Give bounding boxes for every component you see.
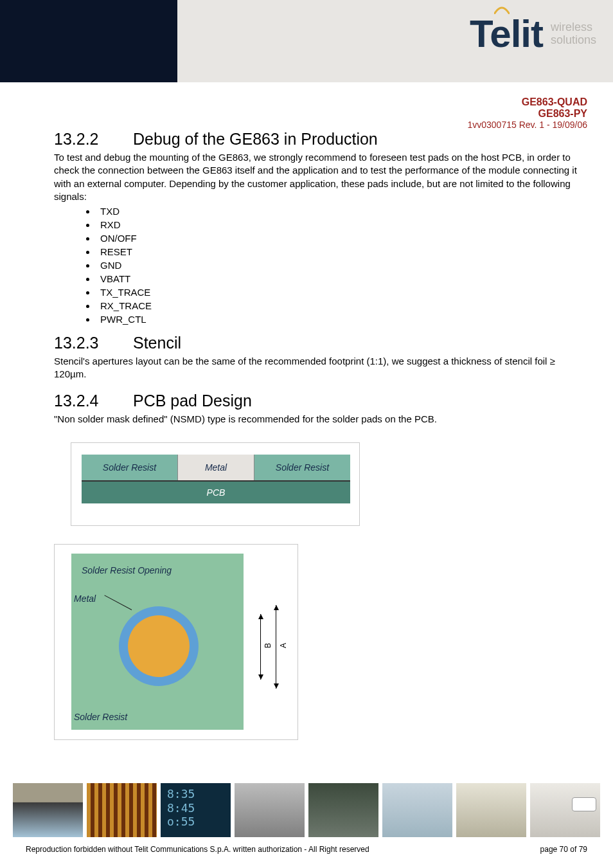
list-item: RXD — [96, 218, 586, 231]
footer-page: page 70 of 79 — [540, 845, 587, 854]
logo-telit-box: Telit — [470, 12, 543, 56]
fig2-metal-circle — [128, 615, 190, 677]
page-content: 13.2.2 Debug of the GE863 in Production … — [0, 130, 613, 740]
figure-crosssection: Solder Resist Metal Solder Resist PCB — [71, 442, 360, 526]
footer-thumb — [235, 783, 305, 837]
fig2-label-sr: Solder Resist — [74, 712, 127, 722]
section-heading-stencil: 13.2.3 Stencil — [54, 334, 586, 352]
figures: Solder Resist Metal Solder Resist PCB So… — [54, 442, 586, 740]
page-header: Telit wireless solutions — [0, 0, 613, 82]
list-item: RESET — [96, 245, 586, 258]
doc-meta: GE863-QUAD GE863-PY 1vv0300715 Rev. 1 - … — [0, 82, 613, 130]
list-item: GND — [96, 258, 586, 272]
list-item: VBATT — [96, 272, 586, 285]
debug-paragraph: To test and debug the mounting of the GE… — [54, 151, 586, 203]
list-item: ON/OFF — [96, 231, 586, 245]
signal-list: TXD RXD ON/OFF RESET GND VBATT TX_TRACE … — [96, 204, 586, 326]
fig2-dim-b-line — [260, 614, 261, 680]
fig1-metal: Metal — [177, 455, 254, 480]
list-item: RX_TRACE — [96, 299, 586, 312]
brand-logo: Telit wireless solutions — [470, 12, 596, 56]
fig2-label-metal: Metal — [74, 593, 96, 604]
fig2-dim-a-line — [276, 605, 276, 689]
footer-thumb — [161, 783, 231, 837]
doc-rev: 1vv0300715 Rev. 1 - 19/09/06 — [0, 120, 587, 130]
footer-copyright: Reproduction forbidden without Telit Com… — [26, 845, 369, 854]
pcb-paragraph: "Non solder mask defined" (NSMD) type is… — [54, 413, 586, 426]
footer-thumb — [530, 783, 600, 837]
footer-thumb — [87, 783, 157, 837]
fig2-dim-b-label: B — [263, 643, 272, 648]
footer-line: Reproduction forbidden without Telit Com… — [0, 845, 613, 854]
section-title: Stencil — [133, 334, 181, 352]
fig1-top-bar: Solder Resist Metal Solder Resist — [82, 455, 350, 480]
section-title: PCB pad Design — [133, 392, 252, 410]
section-number: 13.2.2 — [54, 130, 129, 149]
footer-thumb — [13, 783, 83, 837]
footer-thumb — [456, 783, 526, 837]
fig2-label-sro: Solder Resist Opening — [82, 565, 172, 575]
logo-text: Telit — [470, 12, 543, 55]
fig2-dim-a-label: A — [279, 643, 288, 648]
header-black-block — [0, 0, 177, 82]
section-heading-debug: 13.2.2 Debug of the GE863 in Production — [54, 130, 586, 149]
footer-thumb — [382, 783, 452, 837]
doc-model-1: GE863-QUAD — [0, 96, 587, 108]
section-heading-pcb: 13.2.4 PCB pad Design — [54, 392, 586, 410]
fig1-pcb-bar: PCB — [82, 480, 350, 503]
section-number: 13.2.3 — [54, 334, 129, 352]
tagline-line1: wireless — [551, 21, 596, 34]
section-title: Debug of the GE863 in Production — [133, 130, 378, 148]
figure-pad-top: Solder Resist Opening Metal Solder Resis… — [54, 544, 298, 740]
doc-model-2: GE863-PY — [0, 108, 587, 120]
list-item: PWR_CTL — [96, 312, 586, 326]
list-item: TX_TRACE — [96, 285, 586, 299]
fig1-solder-resist-left: Solder Resist — [82, 455, 177, 480]
list-item: TXD — [96, 204, 586, 218]
footer-thumb — [308, 783, 378, 837]
tagline-line2: solutions — [551, 34, 596, 47]
stencil-paragraph: Stencil's apertures layout can be the sa… — [54, 355, 586, 381]
section-number: 13.2.4 — [54, 392, 129, 410]
footer-image-strip — [0, 783, 613, 837]
logo-accent-icon — [494, 5, 510, 14]
fig1-solder-resist-right: Solder Resist — [254, 455, 350, 480]
logo-tagline: wireless solutions — [551, 21, 596, 47]
